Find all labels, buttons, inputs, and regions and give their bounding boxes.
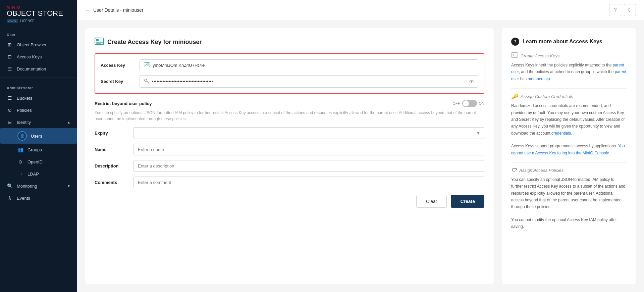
monitoring-icon: 🔍 xyxy=(7,183,13,189)
comments-row: Comments xyxy=(95,177,484,188)
product-name-bold: OBJECT xyxy=(7,9,36,17)
users-avatar-icon: 👤 xyxy=(17,131,27,141)
monitoring-chevron-icon: ▼ xyxy=(67,184,70,188)
sidebar-item-label-events: Events xyxy=(17,196,30,201)
policies-icon: ⊙ xyxy=(7,107,13,113)
buckets-icon: ☰ xyxy=(7,95,13,101)
sidebar-item-label-ldap: LDAP xyxy=(28,172,39,177)
object-browser-icon: ⊞ xyxy=(7,42,13,48)
sidebar-item-users[interactable]: 👤 Users xyxy=(0,128,77,144)
license-badge: AGPL xyxy=(7,19,18,23)
sidebar-item-label-groups: Groups xyxy=(28,147,42,152)
policies-text-2: You cannot modify the optional Access Ke… xyxy=(511,216,627,230)
secret-key-label: Secret Key xyxy=(101,79,134,84)
comments-label: Comments xyxy=(95,180,128,185)
info-section-title-credentials: 🔑 Assign Custom Credentials xyxy=(511,93,627,100)
expiry-select[interactable] xyxy=(133,127,484,139)
license-text: LICENSE xyxy=(20,19,35,23)
credentials-text: Randomized access credentials are recomm… xyxy=(511,102,627,137)
sidebar-item-label-documentation: Documentation xyxy=(17,66,46,71)
expiry-label: Expiry xyxy=(95,131,128,136)
ldap-icon: → xyxy=(17,171,23,177)
info-divider-2 xyxy=(511,162,627,163)
back-arrow-icon[interactable]: ← xyxy=(85,7,91,13)
custom-credentials-icon: 🔑 xyxy=(511,93,518,100)
description-label: Description xyxy=(95,163,128,168)
access-key-input[interactable] xyxy=(153,63,474,68)
create-keys-text: Access Keys inherit the policies explici… xyxy=(511,62,627,82)
secret-key-input-wrapper[interactable]: 👁 xyxy=(140,75,478,88)
secret-key-input[interactable] xyxy=(152,79,467,84)
info-section-title-policies: 🛡 Assign Access Policies xyxy=(511,167,627,174)
info-section-title-create: Create Access Keys xyxy=(511,52,627,59)
sidebar-item-access-keys[interactable]: ⊟ Access Keys xyxy=(0,51,77,63)
toggle-off-label: OFF xyxy=(453,101,460,105)
breadcrumb-text: User Details - miniouser xyxy=(93,7,143,13)
theme-icon: ☾ xyxy=(628,7,632,13)
id-card-icon xyxy=(144,62,150,68)
sidebar-item-label-policies: Policies xyxy=(17,108,32,113)
sidebar-item-label-users: Users xyxy=(31,134,42,139)
expiry-select-wrapper: ▼ xyxy=(133,127,484,139)
access-key-label: Access Key xyxy=(101,63,134,68)
sidebar-item-openid[interactable]: ⊙ OpenID xyxy=(0,156,77,168)
license-area: AGPL LICENSE xyxy=(7,19,70,23)
sidebar-item-groups[interactable]: 👥 Groups xyxy=(0,144,77,156)
topbar-actions: ? ☾ xyxy=(609,4,636,16)
key-icon xyxy=(144,78,149,85)
sidebar-item-label-object-browser: Object Browser xyxy=(17,42,47,47)
description-input[interactable] xyxy=(133,160,484,172)
sidebar-item-label-openid: OpenID xyxy=(28,159,43,164)
sidebar-item-events[interactable]: λ Events xyxy=(0,192,77,204)
topbar: ← User Details - miniouser ? ☾ xyxy=(77,0,644,20)
svg-rect-1 xyxy=(96,39,99,41)
description-row: Description xyxy=(95,160,484,172)
sidebar-item-object-browser[interactable]: ⊞ Object Browser xyxy=(0,39,77,51)
expiry-row: Expiry ▼ xyxy=(95,127,484,139)
sidebar-item-policies[interactable]: ⊙ Policies xyxy=(0,104,77,116)
assign-policies-icon: 🛡 xyxy=(511,167,517,174)
form-panel: Create Access Key for miniouser Access K… xyxy=(85,28,494,284)
policies-section-title: Assign Access Policies xyxy=(519,168,564,173)
create-button[interactable]: Create xyxy=(451,195,484,208)
info-section-credentials: 🔑 Assign Custom Credentials Randomized a… xyxy=(511,93,627,156)
restrict-description: You can specify an optional JSON-formatt… xyxy=(95,110,484,122)
eye-toggle-button[interactable]: 👁 xyxy=(469,79,474,84)
restrict-toggle[interactable] xyxy=(462,100,477,107)
form-title-icon xyxy=(95,38,104,47)
help-button[interactable]: ? xyxy=(609,4,621,16)
product-name: OBJECT STORE xyxy=(7,9,70,17)
access-key-input-wrapper[interactable] xyxy=(140,59,478,71)
sidebar-item-documentation[interactable]: ☰ Documentation xyxy=(0,63,77,75)
clear-button[interactable]: Clear xyxy=(416,195,447,208)
content-area: Create Access Key for miniouser Access K… xyxy=(77,20,644,292)
events-icon: λ xyxy=(7,195,13,201)
admin-section-label: Administrator xyxy=(0,81,77,92)
groups-icon: 👥 xyxy=(17,147,23,153)
name-input[interactable] xyxy=(133,144,484,155)
breadcrumb: ← User Details - miniouser xyxy=(85,7,143,13)
info-section-policies: 🛡 Assign Access Policies You can specify… xyxy=(511,167,627,230)
credentials-section-title: Assign Custom Credentials xyxy=(521,94,573,99)
product-name-light: STORE xyxy=(36,9,63,17)
openid-icon: ⊙ xyxy=(17,159,23,165)
sidebar-item-monitoring[interactable]: 🔍 Monitoring ▼ xyxy=(0,180,77,192)
theme-toggle-button[interactable]: ☾ xyxy=(624,4,636,16)
sidebar-item-ldap[interactable]: → LDAP xyxy=(0,168,77,180)
sidebar: MINIO OBJECT STORE AGPL LICENSE User ⊞ O… xyxy=(0,0,77,292)
comments-input[interactable] xyxy=(133,177,484,188)
sidebar-item-label-buckets: Buckets xyxy=(17,96,32,101)
help-icon: ? xyxy=(614,7,617,13)
svg-rect-0 xyxy=(95,38,104,45)
create-keys-icon xyxy=(511,52,518,59)
name-label: Name xyxy=(95,147,128,152)
restrict-label: Restrict beyond user policy xyxy=(95,101,152,106)
sidebar-item-label-monitoring: Monitoring xyxy=(17,184,37,189)
main-area: ← User Details - miniouser ? ☾ xyxy=(77,0,644,292)
sidebar-item-buckets[interactable]: ☰ Buckets xyxy=(0,92,77,104)
sidebar-item-identity[interactable]: ⊟ Identity ▲ xyxy=(0,116,77,128)
toggle-row: OFF ON xyxy=(453,100,485,107)
identity-chevron-icon: ▲ xyxy=(67,120,70,124)
form-title-text: Create Access Key for miniouser xyxy=(107,39,202,46)
documentation-icon: ☰ xyxy=(7,66,13,72)
